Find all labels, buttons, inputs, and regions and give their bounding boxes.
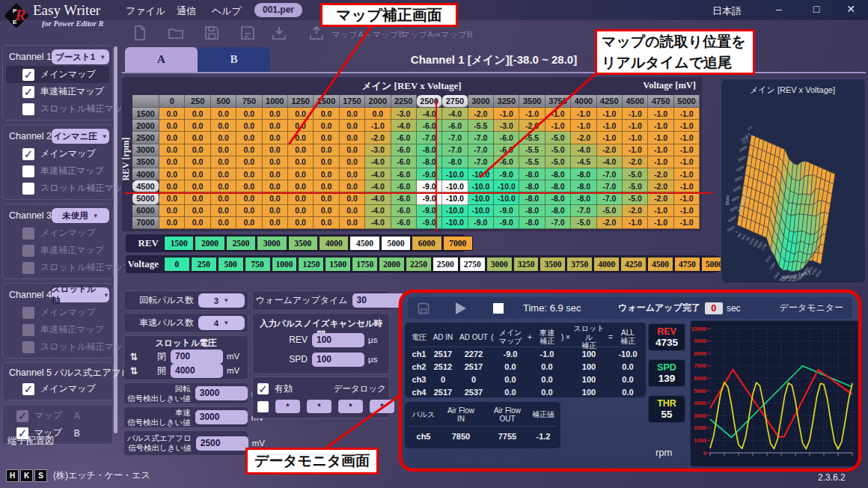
map-cell[interactable]: -8.0 <box>519 168 545 180</box>
map-cell[interactable]: -6.0 <box>442 120 468 132</box>
map-cell[interactable]: 0.0 <box>211 217 236 229</box>
map-cell[interactable]: 0.0 <box>340 205 365 217</box>
map-cell[interactable]: -1.0 <box>623 144 648 156</box>
map-cell[interactable]: -1.0 <box>623 120 648 132</box>
map-cell[interactable]: 0.0 <box>340 156 365 168</box>
map-col-header[interactable]: 2000 <box>365 95 391 108</box>
map-cell[interactable]: 0.0 <box>185 205 210 217</box>
map-col-header[interactable]: 750 <box>236 95 262 108</box>
map-cell[interactable]: 0.0 <box>236 156 262 168</box>
map-cell[interactable]: -7.0 <box>442 132 468 144</box>
channel-mode-select[interactable]: ブースト1▼ <box>52 49 109 64</box>
map-cell[interactable]: -2.0 <box>571 132 596 144</box>
data-lock-button[interactable]: * <box>370 400 394 413</box>
map-cell[interactable]: -8.0 <box>545 192 571 204</box>
map-col-header[interactable]: 1750 <box>340 95 365 108</box>
map-cell[interactable]: 0.0 <box>211 156 236 168</box>
map-cell[interactable]: 0.0 <box>314 156 339 168</box>
map-col-header[interactable]: 1500 <box>314 95 339 108</box>
map-cell[interactable]: 0.0 <box>314 120 339 132</box>
map-row-header[interactable]: 2000 <box>132 120 159 132</box>
voltage-axis-cell[interactable]: 2750 <box>459 257 486 272</box>
map-cell[interactable]: 0.0 <box>236 144 262 156</box>
map-cell[interactable]: 0.0 <box>211 132 236 144</box>
map-cell[interactable]: -5.0 <box>623 168 648 180</box>
map-cell[interactable]: -1.0 <box>571 120 596 132</box>
map-cell[interactable]: -2.0 <box>365 132 391 144</box>
map-cell[interactable]: 0.0 <box>185 132 210 144</box>
map-cell[interactable]: 0.0 <box>185 180 210 192</box>
map-checkbox[interactable]: ✓ <box>22 148 34 160</box>
map-cell[interactable]: -1.0 <box>674 120 700 132</box>
map-cell[interactable]: 0.0 <box>211 144 236 156</box>
lock-checkbox[interactable]: ✓ <box>257 401 269 412</box>
voltage-axis-cell[interactable]: 4250 <box>620 257 647 272</box>
map-cell[interactable]: 0.0 <box>288 192 314 204</box>
upload-map-icon[interactable] <box>308 25 325 41</box>
map-cell[interactable]: 0.0 <box>211 192 236 204</box>
map-cell[interactable]: -4.0 <box>365 180 391 192</box>
map-checkbox[interactable]: ✓ <box>22 383 34 395</box>
voltage-axis-cell[interactable]: 1000 <box>272 257 298 272</box>
map-cell[interactable]: 0.0 <box>211 180 236 192</box>
map-cell[interactable]: -10.0 <box>468 192 494 204</box>
map-cell[interactable]: 0.0 <box>159 168 185 180</box>
rev-axis-cell[interactable]: 5000 <box>381 236 411 251</box>
map-cell[interactable]: -1.0 <box>597 108 623 120</box>
map-cell[interactable]: 0.0 <box>263 144 288 156</box>
map-row-header[interactable]: 4500 <box>132 180 159 192</box>
map-cell[interactable]: 0.0 <box>314 108 339 120</box>
map-cell[interactable]: -7.0 <box>468 156 494 168</box>
map-cell[interactable]: -5.0 <box>545 132 571 144</box>
map-cell[interactable]: -6.0 <box>391 205 417 217</box>
map-cell[interactable]: -5.5 <box>519 156 545 168</box>
map-cell[interactable]: 0.0 <box>185 217 210 229</box>
map-ab-swap-button[interactable]: マップA⇔マップB <box>331 29 404 40</box>
map-cell[interactable]: 0.0 <box>211 205 236 217</box>
map-cell[interactable]: -8.0 <box>545 180 571 192</box>
map-cell[interactable]: 0.0 <box>159 192 185 204</box>
map-cell[interactable]: -7.0 <box>597 192 623 204</box>
map-cell[interactable]: -4.0 <box>365 217 391 229</box>
map-cell[interactable]: 0.0 <box>263 168 288 180</box>
map-cell[interactable]: -8.0 <box>417 156 442 168</box>
map-cell[interactable]: -8.0 <box>519 192 545 204</box>
maximize-button[interactable]: □ <box>808 3 825 15</box>
map-cell[interactable]: 0.0 <box>288 120 314 132</box>
map-cell[interactable]: -9.0 <box>494 205 519 217</box>
map-cell[interactable]: -6.0 <box>391 144 417 156</box>
map-cell[interactable]: -10.0 <box>494 180 519 192</box>
map-cell[interactable]: 0.0 <box>185 144 210 156</box>
map-cell[interactable]: -1.0 <box>545 108 571 120</box>
map-cell[interactable]: 0.0 <box>159 156 185 168</box>
map-cell[interactable]: 0.0 <box>263 132 288 144</box>
map-cell[interactable]: 0.0 <box>236 120 262 132</box>
rev-threshold-input[interactable]: 3000 <box>195 386 248 400</box>
map-cell[interactable]: -5.0 <box>623 180 648 192</box>
map-checkbox[interactable]: ✓ <box>22 103 34 115</box>
map-cell[interactable]: 0.0 <box>288 156 314 168</box>
map-cell[interactable]: 0.0 <box>314 132 339 144</box>
map-cell[interactable]: -5.5 <box>468 120 494 132</box>
map-cell[interactable]: 0.0 <box>236 192 262 204</box>
map-cell[interactable]: -7.0 <box>468 144 494 156</box>
map-cell[interactable]: 0.0 <box>236 132 262 144</box>
map-col-header[interactable]: 3250 <box>494 95 519 108</box>
spd-threshold-input[interactable]: 3000 <box>195 410 248 424</box>
map-cell[interactable]: -4.0 <box>391 120 417 132</box>
menu-file[interactable]: ファイル <box>126 4 165 18</box>
map-cell[interactable]: 0.0 <box>185 108 210 120</box>
map-cell[interactable]: 0.0 <box>340 144 365 156</box>
spd-pulse-select[interactable]: 4▼ <box>198 316 245 330</box>
map-col-header[interactable]: 5000 <box>674 95 700 108</box>
map-cell[interactable]: 0.0 <box>288 108 314 120</box>
voltage-axis-cell[interactable]: 2500 <box>433 257 459 272</box>
map-cell[interactable]: 0.0 <box>159 132 185 144</box>
map-checkbox[interactable]: ✓ <box>22 69 34 81</box>
map-cell[interactable]: -8.0 <box>571 168 596 180</box>
menu-comm[interactable]: 通信 <box>177 4 196 18</box>
map-cell[interactable]: -2.0 <box>519 120 545 132</box>
map-cell[interactable]: -5.0 <box>623 192 648 204</box>
map-cell[interactable]: 0.0 <box>340 217 365 229</box>
save-icon[interactable] <box>204 25 220 41</box>
